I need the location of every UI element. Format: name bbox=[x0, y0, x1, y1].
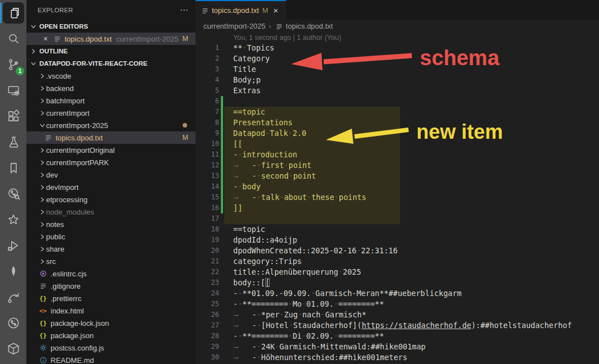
tab-modified-badge: M bbox=[262, 7, 268, 15]
code-line-24[interactable]: 24-·**01.09.-09.09.·Garmisch-Meran**##ue… bbox=[196, 288, 599, 299]
outline-header[interactable]: OUTLINE bbox=[26, 45, 196, 57]
activity-source-control-icon[interactable]: 1 bbox=[0, 52, 26, 78]
chevron-right-icon bbox=[38, 208, 46, 216]
code-line-23[interactable]: 23body::[[ bbox=[196, 277, 599, 288]
activity-favorites-star-icon[interactable] bbox=[0, 207, 26, 233]
tree-folder-src[interactable]: src bbox=[26, 255, 196, 267]
tree-folder-dev[interactable]: dev bbox=[26, 169, 196, 181]
tree-folder-batchImport[interactable]: batchImport bbox=[26, 94, 196, 107]
code-line-11[interactable]: 11-·introduction bbox=[196, 149, 599, 160]
tree-folder-backend[interactable]: backend bbox=[26, 82, 196, 94]
activity-mongodb-icon[interactable] bbox=[0, 258, 26, 284]
outline-label: OUTLINE bbox=[39, 48, 67, 54]
line-number: 11 bbox=[196, 149, 219, 160]
code-line-21[interactable]: 21category::Trips bbox=[196, 256, 599, 267]
tree-folder-.vscode[interactable]: .vscode bbox=[26, 70, 196, 82]
chevron-right-icon bbox=[38, 146, 46, 154]
activity-search-icon[interactable] bbox=[0, 26, 26, 52]
activity-extensions-icon[interactable] bbox=[0, 103, 26, 129]
code-line-6[interactable]: 6 bbox=[196, 96, 599, 107]
tree-folder-currentImportPARK[interactable]: currentImportPARK bbox=[26, 156, 196, 169]
tree-folder-notes[interactable]: notes bbox=[26, 218, 196, 230]
workspace-label: DATAPOD-FOR-VITE-REACT-CORE bbox=[39, 60, 148, 67]
activity-bookmarks-icon[interactable] bbox=[0, 155, 26, 181]
code-line-25[interactable]: 25-·**========·Mo·01.09.·========** bbox=[196, 299, 599, 310]
git-blame-annotation: You, 1 second ago | 1 author (You) bbox=[233, 33, 341, 43]
code-line-27[interactable]: 27→-·[Hotel·Staudacherhof](https://staud… bbox=[196, 320, 599, 331]
modified-badge: M bbox=[183, 35, 188, 43]
line-number: 9 bbox=[196, 128, 219, 139]
code-line-5[interactable]: 5Extras bbox=[196, 85, 599, 96]
code-line-30[interactable]: 30→-·Höhenunterschied:##hike001meters bbox=[196, 352, 599, 363]
code-line-10[interactable]: 10[[ bbox=[196, 139, 599, 149]
url-link[interactable]: https://staudacherhof.de bbox=[362, 321, 471, 330]
code-line-19[interactable]: 19dpodId::a4oijp bbox=[196, 235, 599, 245]
code-line-22[interactable]: 22title::Alpenüberquerung·2025 bbox=[196, 267, 599, 277]
code-line-26[interactable]: 26→-·*per·Zug·nach·Garmisch* bbox=[196, 310, 599, 320]
activity-testing-icon[interactable] bbox=[0, 129, 26, 155]
code-line-20[interactable]: 20dpodWhenCreated::2025-02-16·22:31:16 bbox=[196, 245, 599, 256]
info-icon bbox=[38, 356, 48, 364]
open-editor-item[interactable]: × topics.dpod.txt currentImport-2025 M bbox=[26, 33, 196, 45]
tree-file-package-lock.json[interactable]: {}package-lock.json bbox=[26, 317, 196, 329]
code-line-28[interactable]: 28-·**========·Di·02.09.·========** bbox=[196, 331, 599, 342]
code-line-9[interactable]: 9Datapod·Talk·2.0 bbox=[196, 128, 599, 139]
code-line-18[interactable]: 18==topic bbox=[196, 224, 599, 235]
code-line-13[interactable]: 13→-·second·point bbox=[196, 171, 599, 181]
code-line-16[interactable]: 16]] bbox=[196, 203, 599, 213]
open-editors-header[interactable]: OPEN EDITORS bbox=[26, 20, 196, 33]
code-line-15[interactable]: 15→-·talk·about·these·points bbox=[196, 192, 599, 203]
tree-file-.eslintrc.cjs[interactable]: .eslintrc.cjs bbox=[26, 267, 196, 280]
tree-folder-public[interactable]: public bbox=[26, 230, 196, 243]
tree-file-package.json[interactable]: {}package.json bbox=[26, 329, 196, 342]
tree-file-.gitignore[interactable]: .gitignore bbox=[26, 280, 196, 292]
line-text: -·introduction bbox=[223, 149, 297, 160]
tab-close-icon[interactable]: × bbox=[273, 6, 278, 15]
tree-file-README.md[interactable]: README.md bbox=[26, 354, 196, 364]
close-icon[interactable]: × bbox=[41, 34, 50, 43]
activity-run-debug-icon[interactable] bbox=[0, 233, 26, 258]
tree-folder-currentImport[interactable]: currentImport bbox=[26, 107, 196, 119]
folder-label: backend bbox=[46, 84, 74, 93]
tree-folder-etprocessing[interactable]: etprocessing bbox=[26, 193, 196, 206]
tab-topics-dpod-txt[interactable]: topics.dpod.txt M × bbox=[196, 0, 286, 20]
modified-badge: M bbox=[183, 134, 188, 142]
code-line-17[interactable]: 17 bbox=[196, 213, 599, 224]
more-actions-icon[interactable]: ⋯ bbox=[180, 5, 189, 15]
tree-file-index.html[interactable]: <>index.html bbox=[26, 304, 196, 317]
file-label: postcss.config.js bbox=[51, 344, 104, 352]
line-text: →-·*per·Zug·nach·Garmisch* bbox=[223, 310, 366, 320]
extensions-icon bbox=[6, 109, 21, 124]
breadcrumb-file[interactable]: topics.dpod.txt bbox=[286, 22, 333, 30]
code-line-8[interactable]: 8Presentations bbox=[196, 117, 599, 128]
tree-folder-devImport[interactable]: devImport bbox=[26, 181, 196, 193]
activity-git-graph-icon[interactable] bbox=[0, 310, 26, 336]
tree-file-.prettierrc[interactable]: {}.prettierrc bbox=[26, 292, 196, 304]
activity-remote-explorer-icon[interactable] bbox=[0, 78, 26, 103]
activity-share-icon[interactable] bbox=[0, 284, 26, 310]
line-number: 5 bbox=[196, 85, 219, 96]
code-line-14[interactable]: 14-·body bbox=[196, 181, 599, 192]
code-line-4[interactable]: 4Body;p bbox=[196, 75, 599, 85]
line-number: 29 bbox=[196, 342, 219, 352]
tree-folder-currentImport-2025[interactable]: currentImport-2025 bbox=[26, 119, 196, 131]
tree-folder-currentImportOriginal[interactable]: currentImportOriginal bbox=[26, 144, 196, 156]
code-line-7[interactable]: 7==topic bbox=[196, 107, 599, 117]
tree-file-topics.dpod.txt[interactable]: topics.dpod.txtM bbox=[26, 131, 196, 144]
activity-explorer-icon[interactable] bbox=[0, 0, 26, 26]
tree-file-postcss.config.js[interactable]: postcss.config.js bbox=[26, 342, 196, 354]
workspace-header[interactable]: DATAPOD-FOR-VITE-REACT-CORE bbox=[26, 57, 196, 70]
code-line-3[interactable]: 3Title bbox=[196, 64, 599, 75]
activity-package-icon[interactable] bbox=[0, 336, 26, 362]
code-line-12[interactable]: 12→-·first·point bbox=[196, 160, 599, 171]
chevron-right-icon bbox=[29, 47, 37, 55]
line-number: 6 bbox=[196, 96, 219, 107]
code-line-1[interactable]: 1**·Topics bbox=[196, 43, 599, 53]
activity-gitlens-icon[interactable] bbox=[0, 181, 26, 207]
code-line-2[interactable]: 2Category bbox=[196, 53, 599, 64]
tree-folder-share[interactable]: share bbox=[26, 243, 196, 255]
code-line-29[interactable]: 29→-·24K·Garmisch-Mittenwald:##hike001ma… bbox=[196, 342, 599, 352]
breadcrumb-folder[interactable]: currentImport-2025 bbox=[203, 22, 266, 30]
tree-folder-node_modules[interactable]: node_modules bbox=[26, 206, 196, 218]
file-label: .eslintrc.cjs bbox=[51, 270, 87, 278]
